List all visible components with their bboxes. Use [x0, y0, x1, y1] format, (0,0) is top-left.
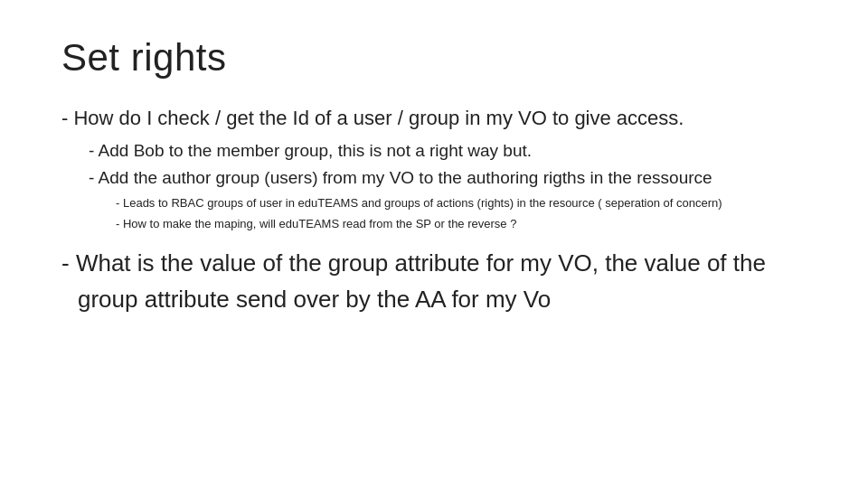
item-1: - How do I check / get the Id of a user …: [61, 105, 807, 132]
item-1b1: - Leads to RBAC groups of user in eduTEA…: [116, 194, 807, 212]
item-2-cont: group attribute send over by the AA for …: [78, 284, 807, 315]
page-title: Set rights: [61, 36, 807, 80]
item-1b: - Add the author group (users) from my V…: [89, 166, 807, 190]
content-area: - How do I check / get the Id of a user …: [61, 105, 807, 315]
item-1a: - Add Bob to the member group, this is n…: [89, 139, 807, 163]
page: Set rights - How do I check / get the Id…: [0, 0, 868, 488]
item-1b2: - How to make the maping, will eduTEAMS …: [116, 215, 807, 233]
item-2: - What is the value of the group attribu…: [61, 248, 807, 279]
